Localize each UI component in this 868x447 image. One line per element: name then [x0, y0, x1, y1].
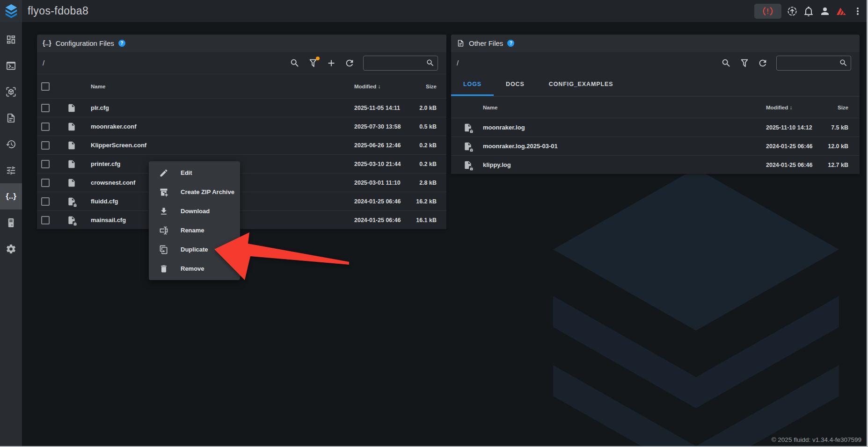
file-row[interactable]: crowsnest.conf 2025-03-01 11:10 2.8 kB [37, 173, 446, 192]
file-row[interactable]: klippy.log 2024-01-25 06:46 12.7 kB [451, 155, 860, 174]
filter-button[interactable] [739, 58, 750, 68]
file-icon-locked [67, 215, 76, 225]
row-checkbox[interactable] [41, 179, 50, 187]
file-icon [67, 178, 76, 188]
update-button[interactable] [787, 6, 798, 17]
menu-item-edit[interactable]: Edit [149, 163, 240, 182]
file-modified: 2025-11-10 14:12 [766, 124, 820, 131]
file-context-menu: Edit Create ZIP Archive Download Rename … [149, 161, 240, 280]
jobs-icon [6, 113, 16, 123]
sort-desc-icon: ↓ [789, 104, 792, 111]
refresh-button[interactable] [344, 58, 355, 68]
file-size: 12.7 kB [820, 162, 848, 168]
search-icon [839, 58, 848, 67]
file-modified: 2024-01-25 06:46 [766, 162, 820, 168]
tune-icon [6, 165, 16, 176]
column-size[interactable]: Size [408, 84, 437, 89]
help-icon[interactable]: ? [507, 40, 514, 47]
file-icon [67, 159, 76, 169]
tab-config-examples[interactable]: CONFIG_EXAMPLES [537, 74, 626, 96]
config-panel-header: {..} Configuration Files ? [37, 35, 446, 51]
refresh-button[interactable] [758, 58, 768, 68]
app-logo[interactable] [0, 0, 22, 22]
file-icon-locked [463, 160, 473, 170]
download-icon [159, 207, 168, 216]
menu-item-remove[interactable]: Remove [149, 259, 240, 278]
fluidd-app: flyos-fdoba8 {..} {..} Configuration Fil… [0, 0, 868, 447]
column-size[interactable]: Size [820, 105, 848, 110]
file-size: 12.0 kB [820, 143, 848, 150]
file-row[interactable]: moonraker.log.2025-03-01 2024-01-25 06:4… [451, 137, 860, 155]
file-size: 16.2 kB [408, 198, 437, 205]
file-row[interactable]: mainsail.cfg 2024-01-25 06:46 16.1 kB [37, 210, 446, 229]
config-table-header: Name Modified↓ Size [37, 74, 446, 98]
breadcrumb[interactable]: / [457, 59, 459, 67]
file-row[interactable]: moonraker.conf 2025-07-30 13:58 0.5 kB [37, 117, 446, 136]
search-icon [290, 58, 300, 68]
file-row[interactable]: fluidd.cfg 2024-01-25 06:46 16.2 kB [37, 192, 446, 210]
archive-plus-icon [159, 187, 168, 197]
tab-docs[interactable]: DOCS [494, 74, 537, 96]
file-document-icon [457, 39, 465, 47]
overflow-menu-button[interactable] [852, 6, 863, 17]
search-toggle-button[interactable] [290, 58, 300, 68]
file-modified: 2025-07-30 13:58 [354, 123, 408, 130]
file-size: 0.5 kB [408, 123, 437, 130]
file-name: moonraker.log.2025-03-01 [483, 143, 766, 150]
column-modified[interactable]: Modified↓ [354, 83, 408, 90]
file-row[interactable]: plr.cfg 2025-11-05 14:11 2.0 kB [37, 98, 446, 117]
select-all-checkbox[interactable] [41, 82, 50, 91]
user-button[interactable] [819, 6, 831, 17]
nav-sidebar: {..} [0, 22, 22, 447]
column-name[interactable]: Name [91, 84, 354, 89]
add-file-button[interactable] [326, 58, 336, 68]
file-name: moonraker.conf [91, 123, 354, 130]
configuration-files-panel: {..} Configuration Files ? / Name Modifi… [37, 35, 446, 229]
row-checkbox[interactable] [41, 197, 50, 206]
search-toggle-button[interactable] [721, 58, 731, 68]
sidebar-item-configure[interactable]: {..} [0, 183, 22, 209]
sidebar-item-settings[interactable] [0, 236, 22, 262]
menu-item-download[interactable]: Download [149, 202, 240, 221]
system-icon [6, 217, 16, 228]
file-name: klippy.log [483, 161, 766, 168]
console-icon [6, 60, 16, 71]
tab-logs[interactable]: LOGS [451, 74, 494, 96]
row-checkbox[interactable] [41, 104, 50, 112]
breadcrumb[interactable]: / [43, 59, 44, 67]
sidebar-item-console[interactable] [0, 52, 22, 79]
sidebar-item-gcode-preview[interactable] [0, 79, 22, 105]
filter-button[interactable] [308, 58, 318, 68]
help-icon[interactable]: ? [118, 40, 125, 47]
file-icon-locked [463, 123, 473, 133]
column-name[interactable]: Name [483, 105, 766, 110]
sidebar-item-jobs[interactable] [0, 105, 22, 131]
menu-item-rename[interactable]: Rename [149, 221, 240, 240]
file-row[interactable]: moonraker.log 2025-11-10 14:12 7.5 kB [451, 118, 860, 137]
sidebar-item-history[interactable] [0, 131, 22, 157]
file-name: KlipperScreen.conf [91, 142, 354, 149]
menu-item-create-zip-archive[interactable]: Create ZIP Archive [149, 182, 240, 202]
theme-brand-logo[interactable] [836, 6, 847, 17]
menu-item-duplicate[interactable]: Duplicate [149, 240, 240, 259]
file-search-box [363, 56, 438, 71]
row-checkbox[interactable] [41, 160, 50, 168]
emergency-stop-button[interactable] [754, 4, 781, 19]
fluidd-logo-icon [4, 4, 18, 19]
sidebar-item-dashboard[interactable] [0, 26, 22, 52]
sidebar-item-system[interactable] [0, 209, 22, 236]
file-icon-locked [67, 196, 76, 207]
history-icon [6, 139, 16, 150]
notifications-button[interactable] [803, 6, 814, 17]
column-modified[interactable]: Modified↓ [766, 104, 820, 111]
row-checkbox[interactable] [41, 141, 50, 150]
row-checkbox[interactable] [41, 216, 50, 224]
file-size: 16.1 kB [408, 217, 437, 224]
other-files-tabs: LOGS DOCS CONFIG_EXAMPLES [451, 74, 860, 96]
file-row[interactable]: KlipperScreen.conf 2025-06-26 12:46 0.2 … [37, 136, 446, 154]
lock-badge-icon [73, 221, 78, 226]
sidebar-item-tune[interactable] [0, 157, 22, 183]
file-row[interactable]: printer.cfg 2025-03-10 21:44 0.2 kB [37, 154, 446, 173]
row-checkbox[interactable] [41, 123, 50, 131]
file-size: 0.2 kB [408, 161, 437, 167]
